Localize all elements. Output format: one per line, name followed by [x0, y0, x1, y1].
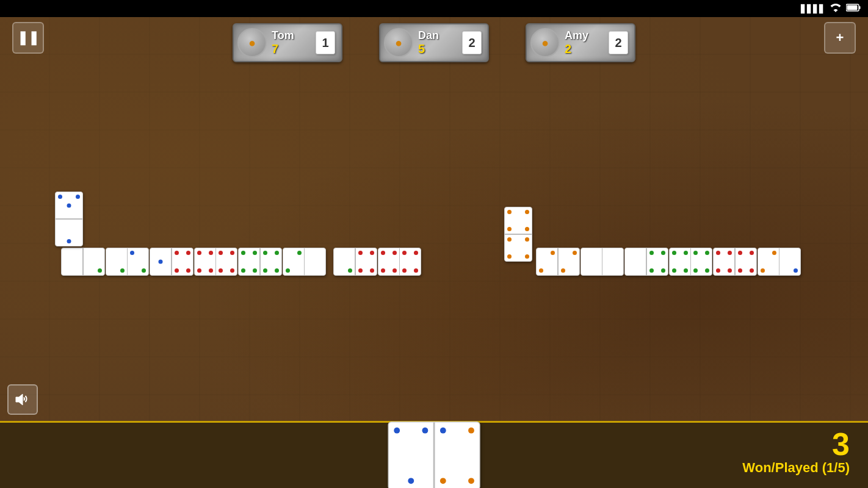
player-score-tom: 7: [272, 42, 311, 56]
player-score-amy: 2: [565, 42, 604, 56]
signal-icon: ▋▋▋▋: [801, 4, 825, 13]
battery-icon: [846, 4, 861, 13]
domino-vertical-start[interactable]: [55, 192, 83, 246]
player-score-dan: 5: [418, 42, 457, 56]
game-area: ❚❚ + Tom 7 1 Dan 5 2: [0, 17, 868, 488]
svg-marker-3: [16, 394, 23, 405]
player-hand: [401, 431, 467, 480]
domino-13[interactable]: [713, 248, 757, 276]
player-name-tom: Tom: [272, 29, 311, 43]
wifi-icon: [830, 4, 841, 14]
domino-5[interactable]: [238, 248, 282, 276]
domino-8[interactable]: [378, 248, 422, 276]
player-panel-tom: Tom 7 1: [233, 23, 342, 62]
domino-4[interactable]: [194, 248, 238, 276]
player-name-amy: Amy: [565, 29, 604, 43]
svg-rect-2: [859, 6, 861, 9]
player-info-dan: Dan 5: [418, 29, 457, 57]
domino-11[interactable]: [624, 248, 668, 276]
player-info-amy: Amy 2: [565, 29, 604, 57]
bottom-bar: 3 Won/Played (1/5): [0, 421, 868, 488]
domino-7[interactable]: [333, 248, 377, 276]
status-bar: ▋▋▋▋: [0, 0, 868, 17]
player-info-tom: Tom 7: [272, 29, 311, 57]
tiles-count-tom: 1: [316, 31, 335, 54]
player-panel-dan: Dan 5 2: [379, 23, 489, 62]
domino-3[interactable]: [150, 248, 193, 276]
domino-10[interactable]: [580, 248, 624, 276]
sound-button[interactable]: [7, 384, 38, 415]
domino-12[interactable]: [669, 248, 713, 276]
domino-1[interactable]: [61, 248, 105, 276]
svg-rect-1: [847, 5, 858, 10]
player-panels: Tom 7 1 Dan 5 2 Amy 2 2: [0, 23, 868, 62]
hand-domino-1[interactable]: [388, 422, 480, 489]
player-panel-amy: Amy 2 2: [526, 23, 635, 62]
domino-6[interactable]: [283, 248, 327, 276]
domino-chain: [61, 248, 421, 276]
won-played-label: Won/Played (1/5): [742, 460, 850, 476]
avatar-amy: [530, 28, 560, 57]
domino-2[interactable]: [106, 248, 150, 276]
avatar-dan: [384, 28, 413, 57]
board-area: [0, 102, 868, 421]
tiles-count-amy: 2: [609, 31, 628, 54]
score-number: 3: [742, 428, 850, 460]
score-display: 3 Won/Played (1/5): [742, 428, 850, 476]
avatar-tom: [237, 28, 267, 57]
domino-9[interactable]: [536, 248, 580, 276]
player-name-dan: Dan: [418, 29, 457, 43]
domino-vertical-middle[interactable]: [504, 207, 532, 262]
tiles-count-dan: 2: [462, 31, 482, 54]
domino-chain-right: [536, 248, 801, 276]
domino-14[interactable]: [758, 248, 801, 276]
